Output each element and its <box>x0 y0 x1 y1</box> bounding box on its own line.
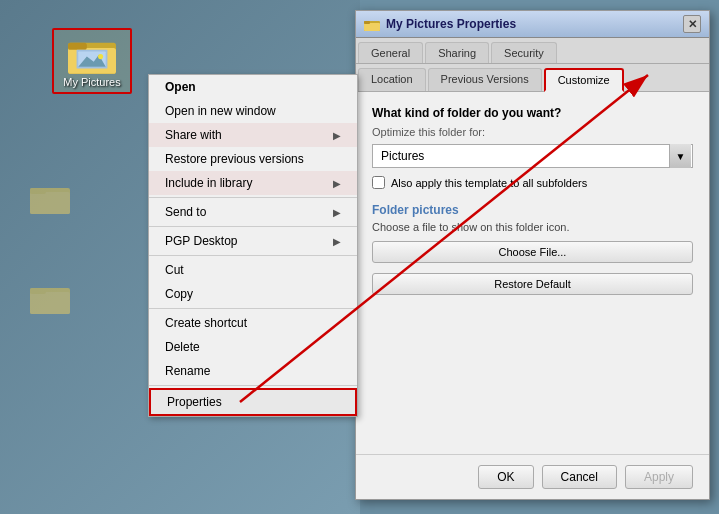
context-menu: OpenOpen in new windowShare with▶Restore… <box>148 74 358 417</box>
context-menu-separator <box>149 226 357 227</box>
context-menu-item-share-with[interactable]: Share with▶ <box>149 123 357 147</box>
context-menu-label-rename: Rename <box>165 364 210 378</box>
apply-subfolders-checkbox[interactable] <box>372 176 385 189</box>
restore-default-button[interactable]: Restore Default <box>372 273 693 295</box>
context-menu-item-properties[interactable]: Properties <box>149 388 357 416</box>
submenu-arrow-icon: ▶ <box>333 130 341 141</box>
svg-rect-14 <box>364 23 380 31</box>
dialog-content: What kind of folder do you want? Optimiz… <box>356 92 709 315</box>
folder-icon-svg <box>68 34 116 74</box>
optimize-label: Optimize this folder for: <box>372 126 693 138</box>
button-row: Choose File... Restore Default <box>372 241 693 301</box>
context-menu-item-send-to[interactable]: Send to▶ <box>149 200 357 224</box>
bg-folder-2 <box>30 280 70 317</box>
dialog-close-button[interactable]: ✕ <box>683 15 701 33</box>
dropdown-wrapper: General ItemsDocumentsPicturesMusicVideo… <box>372 144 693 168</box>
properties-dialog: My Pictures Properties ✕ GeneralSharingS… <box>355 10 710 500</box>
cancel-button[interactable]: Cancel <box>542 465 617 489</box>
apply-subfolders-label: Also apply this template to all subfolde… <box>391 177 587 189</box>
svg-point-12 <box>98 54 103 59</box>
svg-rect-5 <box>30 288 46 294</box>
context-menu-item-rename[interactable]: Rename <box>149 359 357 383</box>
tab-previous-versions[interactable]: Previous Versions <box>428 68 542 91</box>
context-menu-label-open: Open <box>165 80 196 94</box>
folder-pictures-desc: Choose a file to show on this folder ico… <box>372 221 693 233</box>
my-pictures-folder[interactable]: My Pictures <box>52 28 132 94</box>
context-menu-item-open-new-window[interactable]: Open in new window <box>149 99 357 123</box>
folder-pictures-label: Folder pictures <box>372 203 693 217</box>
checkbox-row: Also apply this template to all subfolde… <box>372 176 693 189</box>
context-menu-label-delete: Delete <box>165 340 200 354</box>
choose-file-button[interactable]: Choose File... <box>372 241 693 263</box>
svg-rect-15 <box>364 21 370 24</box>
context-menu-label-share-with: Share with <box>165 128 222 142</box>
context-menu-item-create-shortcut[interactable]: Create shortcut <box>149 311 357 335</box>
context-menu-label-restore-previous: Restore previous versions <box>165 152 304 166</box>
context-menu-separator <box>149 308 357 309</box>
context-menu-label-open-new-window: Open in new window <box>165 104 276 118</box>
tab-security[interactable]: Security <box>491 42 557 63</box>
context-menu-label-properties: Properties <box>167 395 222 409</box>
context-menu-label-send-to: Send to <box>165 205 206 219</box>
optimize-dropdown[interactable]: General ItemsDocumentsPicturesMusicVideo… <box>372 144 693 168</box>
submenu-arrow-icon: ▶ <box>333 236 341 247</box>
bg-folder-1 <box>30 180 70 217</box>
tab-location[interactable]: Location <box>358 68 426 91</box>
dialog-title: My Pictures Properties <box>364 17 516 31</box>
context-menu-label-copy: Copy <box>165 287 193 301</box>
submenu-arrow-icon: ▶ <box>333 207 341 218</box>
context-menu-label-cut: Cut <box>165 263 184 277</box>
folder-label: My Pictures <box>58 76 126 88</box>
context-menu-label-create-shortcut: Create shortcut <box>165 316 247 330</box>
context-menu-item-delete[interactable]: Delete <box>149 335 357 359</box>
apply-button[interactable]: Apply <box>625 465 693 489</box>
dialog-titlebar: My Pictures Properties ✕ <box>356 11 709 38</box>
tab-customize[interactable]: Customize <box>544 68 624 92</box>
context-menu-item-include-in-library[interactable]: Include in library▶ <box>149 171 357 195</box>
tab-sharing[interactable]: Sharing <box>425 42 489 63</box>
tabs-row-1: GeneralSharingSecurity <box>356 38 709 64</box>
svg-rect-8 <box>68 43 87 50</box>
ok-button[interactable]: OK <box>478 465 533 489</box>
context-menu-separator <box>149 255 357 256</box>
context-menu-item-open[interactable]: Open <box>149 75 357 99</box>
context-menu-item-pgp-desktop[interactable]: PGP Desktop▶ <box>149 229 357 253</box>
svg-rect-2 <box>30 188 46 194</box>
context-menu-item-cut[interactable]: Cut <box>149 258 357 282</box>
tabs-row-2: LocationPrevious VersionsCustomize <box>356 64 709 92</box>
dialog-footer: OK Cancel Apply <box>356 454 709 499</box>
what-kind-title: What kind of folder do you want? <box>372 106 693 120</box>
context-menu-label-include-in-library: Include in library <box>165 176 252 190</box>
tab-general[interactable]: General <box>358 42 423 63</box>
context-menu-separator <box>149 197 357 198</box>
dialog-title-text: My Pictures Properties <box>386 17 516 31</box>
dialog-folder-icon <box>364 17 380 31</box>
context-menu-item-copy[interactable]: Copy <box>149 282 357 306</box>
svg-rect-1 <box>30 192 70 214</box>
context-menu-label-pgp-desktop: PGP Desktop <box>165 234 237 248</box>
svg-rect-4 <box>30 292 70 314</box>
submenu-arrow-icon: ▶ <box>333 178 341 189</box>
context-menu-item-restore-previous[interactable]: Restore previous versions <box>149 147 357 171</box>
context-menu-separator <box>149 385 357 386</box>
